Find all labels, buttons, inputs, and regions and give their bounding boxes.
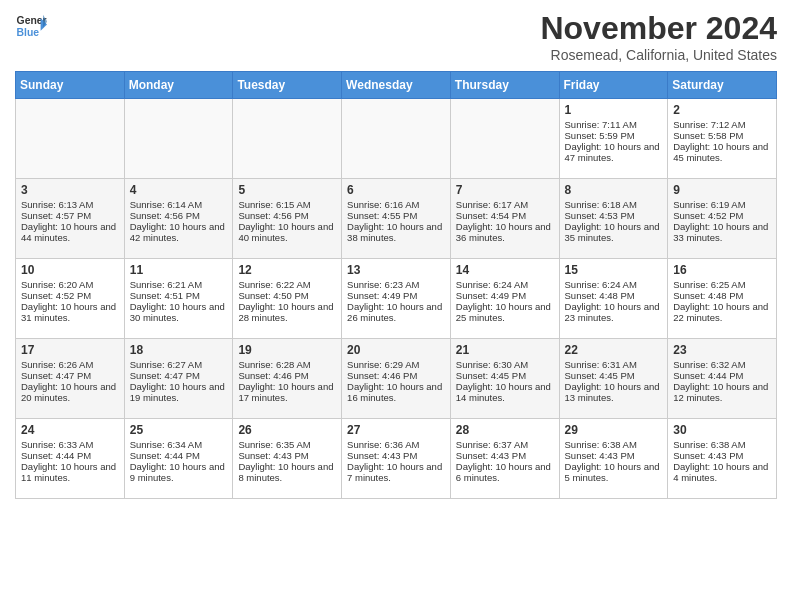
- day-info-line: Sunset: 4:56 PM: [238, 210, 336, 221]
- calendar-day-cell: 2Sunrise: 7:12 AMSunset: 5:58 PMDaylight…: [668, 99, 777, 179]
- day-info-line: Sunrise: 6:28 AM: [238, 359, 336, 370]
- day-info-line: Daylight: 10 hours and 45 minutes.: [673, 141, 771, 163]
- calendar-day-cell: 17Sunrise: 6:26 AMSunset: 4:47 PMDayligh…: [16, 339, 125, 419]
- header: General Blue November 2024 Rosemead, Cal…: [15, 10, 777, 63]
- calendar-week-row: 1Sunrise: 7:11 AMSunset: 5:59 PMDaylight…: [16, 99, 777, 179]
- day-info-line: Sunrise: 6:32 AM: [673, 359, 771, 370]
- day-info-line: Sunset: 4:45 PM: [456, 370, 554, 381]
- day-info-line: Sunset: 4:44 PM: [130, 450, 228, 461]
- day-info-line: Daylight: 10 hours and 33 minutes.: [673, 221, 771, 243]
- day-info-line: Daylight: 10 hours and 36 minutes.: [456, 221, 554, 243]
- day-info-line: Sunset: 4:43 PM: [347, 450, 445, 461]
- day-number: 17: [21, 343, 119, 357]
- day-number: 2: [673, 103, 771, 117]
- calendar-day-cell: [233, 99, 342, 179]
- day-info-line: Daylight: 10 hours and 22 minutes.: [673, 301, 771, 323]
- day-number: 4: [130, 183, 228, 197]
- day-number: 15: [565, 263, 663, 277]
- calendar-day-cell: 9Sunrise: 6:19 AMSunset: 4:52 PMDaylight…: [668, 179, 777, 259]
- day-number: 22: [565, 343, 663, 357]
- calendar-day-cell: 1Sunrise: 7:11 AMSunset: 5:59 PMDaylight…: [559, 99, 668, 179]
- calendar-day-cell: 16Sunrise: 6:25 AMSunset: 4:48 PMDayligh…: [668, 259, 777, 339]
- calendar-week-row: 3Sunrise: 6:13 AMSunset: 4:57 PMDaylight…: [16, 179, 777, 259]
- day-number: 11: [130, 263, 228, 277]
- calendar-day-cell: 15Sunrise: 6:24 AMSunset: 4:48 PMDayligh…: [559, 259, 668, 339]
- day-info-line: Sunrise: 6:18 AM: [565, 199, 663, 210]
- calendar-day-cell: 14Sunrise: 6:24 AMSunset: 4:49 PMDayligh…: [450, 259, 559, 339]
- day-info-line: Daylight: 10 hours and 23 minutes.: [565, 301, 663, 323]
- day-info-line: Sunrise: 6:33 AM: [21, 439, 119, 450]
- day-info-line: Daylight: 10 hours and 25 minutes.: [456, 301, 554, 323]
- day-info-line: Sunset: 4:51 PM: [130, 290, 228, 301]
- day-number: 16: [673, 263, 771, 277]
- day-info-line: Daylight: 10 hours and 13 minutes.: [565, 381, 663, 403]
- day-info-line: Sunset: 5:59 PM: [565, 130, 663, 141]
- logo-icon: General Blue: [15, 10, 47, 42]
- day-number: 6: [347, 183, 445, 197]
- day-info-line: Sunset: 4:44 PM: [673, 370, 771, 381]
- calendar-day-cell: 3Sunrise: 6:13 AMSunset: 4:57 PMDaylight…: [16, 179, 125, 259]
- day-info-line: Sunset: 4:48 PM: [673, 290, 771, 301]
- day-info-line: Sunrise: 6:22 AM: [238, 279, 336, 290]
- calendar-day-cell: 10Sunrise: 6:20 AMSunset: 4:52 PMDayligh…: [16, 259, 125, 339]
- day-info-line: Sunset: 4:45 PM: [565, 370, 663, 381]
- day-number: 26: [238, 423, 336, 437]
- day-info-line: Daylight: 10 hours and 28 minutes.: [238, 301, 336, 323]
- day-info-line: Daylight: 10 hours and 44 minutes.: [21, 221, 119, 243]
- day-number: 1: [565, 103, 663, 117]
- day-info-line: Sunset: 4:50 PM: [238, 290, 336, 301]
- day-info-line: Daylight: 10 hours and 16 minutes.: [347, 381, 445, 403]
- day-info-line: Sunrise: 6:35 AM: [238, 439, 336, 450]
- day-number: 30: [673, 423, 771, 437]
- day-info-line: Sunrise: 6:23 AM: [347, 279, 445, 290]
- day-number: 14: [456, 263, 554, 277]
- calendar-day-cell: 28Sunrise: 6:37 AMSunset: 4:43 PMDayligh…: [450, 419, 559, 499]
- calendar-week-row: 17Sunrise: 6:26 AMSunset: 4:47 PMDayligh…: [16, 339, 777, 419]
- day-info-line: Sunset: 4:43 PM: [456, 450, 554, 461]
- day-info-line: Sunrise: 6:31 AM: [565, 359, 663, 370]
- day-number: 12: [238, 263, 336, 277]
- calendar-day-cell: 12Sunrise: 6:22 AMSunset: 4:50 PMDayligh…: [233, 259, 342, 339]
- day-info-line: Sunset: 4:54 PM: [456, 210, 554, 221]
- calendar-day-cell: 4Sunrise: 6:14 AMSunset: 4:56 PMDaylight…: [124, 179, 233, 259]
- day-info-line: Sunrise: 7:12 AM: [673, 119, 771, 130]
- calendar-header: SundayMondayTuesdayWednesdayThursdayFrid…: [16, 72, 777, 99]
- day-info-line: Daylight: 10 hours and 7 minutes.: [347, 461, 445, 483]
- calendar-day-cell: 27Sunrise: 6:36 AMSunset: 4:43 PMDayligh…: [342, 419, 451, 499]
- calendar-day-cell: 13Sunrise: 6:23 AMSunset: 4:49 PMDayligh…: [342, 259, 451, 339]
- day-info-line: Daylight: 10 hours and 31 minutes.: [21, 301, 119, 323]
- day-info-line: Sunset: 4:49 PM: [347, 290, 445, 301]
- logo: General Blue: [15, 10, 47, 42]
- day-info-line: Daylight: 10 hours and 9 minutes.: [130, 461, 228, 483]
- calendar-day-cell: 26Sunrise: 6:35 AMSunset: 4:43 PMDayligh…: [233, 419, 342, 499]
- day-number: 9: [673, 183, 771, 197]
- day-info-line: Sunset: 4:43 PM: [238, 450, 336, 461]
- day-info-line: Sunrise: 6:25 AM: [673, 279, 771, 290]
- day-info-line: Daylight: 10 hours and 47 minutes.: [565, 141, 663, 163]
- calendar-day-cell: 21Sunrise: 6:30 AMSunset: 4:45 PMDayligh…: [450, 339, 559, 419]
- day-info-line: Sunrise: 6:38 AM: [565, 439, 663, 450]
- day-info-line: Sunset: 4:57 PM: [21, 210, 119, 221]
- day-info-line: Sunrise: 6:21 AM: [130, 279, 228, 290]
- weekday-header: Wednesday: [342, 72, 451, 99]
- day-info-line: Sunrise: 6:16 AM: [347, 199, 445, 210]
- calendar-day-cell: 23Sunrise: 6:32 AMSunset: 4:44 PMDayligh…: [668, 339, 777, 419]
- day-number: 3: [21, 183, 119, 197]
- day-number: 27: [347, 423, 445, 437]
- day-info-line: Sunset: 4:55 PM: [347, 210, 445, 221]
- day-info-line: Sunrise: 7:11 AM: [565, 119, 663, 130]
- calendar-day-cell: 18Sunrise: 6:27 AMSunset: 4:47 PMDayligh…: [124, 339, 233, 419]
- weekday-header: Sunday: [16, 72, 125, 99]
- calendar-table: SundayMondayTuesdayWednesdayThursdayFrid…: [15, 71, 777, 499]
- day-info-line: Sunrise: 6:24 AM: [456, 279, 554, 290]
- day-info-line: Sunset: 4:47 PM: [130, 370, 228, 381]
- day-info-line: Daylight: 10 hours and 26 minutes.: [347, 301, 445, 323]
- day-info-line: Sunrise: 6:15 AM: [238, 199, 336, 210]
- day-info-line: Daylight: 10 hours and 11 minutes.: [21, 461, 119, 483]
- day-info-line: Sunset: 4:48 PM: [565, 290, 663, 301]
- day-number: 10: [21, 263, 119, 277]
- calendar-week-row: 24Sunrise: 6:33 AMSunset: 4:44 PMDayligh…: [16, 419, 777, 499]
- day-info-line: Sunrise: 6:27 AM: [130, 359, 228, 370]
- day-number: 13: [347, 263, 445, 277]
- day-number: 23: [673, 343, 771, 357]
